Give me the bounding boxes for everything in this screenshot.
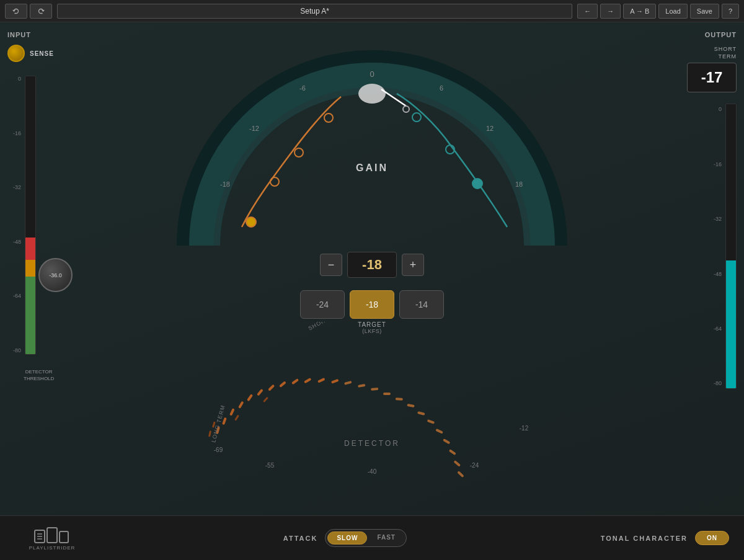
- svg-text:-24: -24: [470, 462, 479, 469]
- undo-button[interactable]: [5, 4, 27, 19]
- svg-rect-30: [344, 381, 352, 385]
- svg-rect-57: [60, 531, 68, 543]
- svg-rect-42: [457, 471, 464, 478]
- ab-button[interactable]: A → B: [623, 4, 656, 19]
- tonal-on-button[interactable]: ON: [695, 531, 729, 545]
- svg-rect-31: [358, 384, 366, 388]
- svg-rect-20: [229, 408, 235, 416]
- tonal-character-section: TONAL CHARACTER ON: [601, 531, 729, 545]
- next-preset-button[interactable]: →: [600, 4, 621, 19]
- svg-rect-45: [234, 415, 239, 421]
- svg-rect-28: [317, 378, 326, 383]
- svg-rect-23: [257, 389, 264, 396]
- detector-threshold-label: PLAYLISTRIDER DETECTORTHRESHOLD: [24, 368, 54, 382]
- svg-text:-40: -40: [368, 468, 377, 475]
- save-button[interactable]: Save: [690, 4, 719, 19]
- svg-text:-12: -12: [249, 125, 259, 132]
- sense-label: SENSE: [30, 50, 54, 57]
- svg-rect-34: [396, 398, 403, 401]
- svg-rect-27: [304, 378, 311, 383]
- svg-text:-69: -69: [214, 447, 223, 453]
- input-label: INPUT: [7, 31, 31, 38]
- svg-rect-25: [279, 381, 286, 388]
- svg-rect-39: [443, 438, 450, 444]
- input-scale-0: 0: [7, 76, 21, 82]
- attack-slow-button[interactable]: SLOW: [327, 531, 367, 544]
- preset-name[interactable]: Setup A*: [57, 4, 572, 19]
- output-scale: 0 -16 -32 -48 -64 -80: [714, 104, 722, 389]
- svg-rect-24: [268, 384, 275, 391]
- svg-rect-22: [247, 394, 253, 401]
- svg-text:-12: -12: [520, 425, 529, 432]
- svg-rect-35: [407, 404, 415, 407]
- detector-container: SHORT TERM LONG TERM -69 -55 -40 -24 -12…: [174, 322, 570, 483]
- svg-text:-55: -55: [265, 462, 275, 469]
- load-button[interactable]: Load: [658, 4, 687, 19]
- svg-point-12: [412, 113, 421, 122]
- short-term-label: SHORTTERM: [714, 46, 737, 60]
- svg-rect-32: [371, 388, 378, 391]
- input-scale-32: -32: [7, 184, 21, 190]
- svg-point-17: [403, 106, 409, 112]
- svg-rect-40: [449, 449, 456, 455]
- target-minus14-button[interactable]: -14: [399, 290, 444, 319]
- svg-text:-18: -18: [220, 180, 230, 188]
- logo-icon: [33, 525, 71, 544]
- svg-point-15: [358, 84, 386, 104]
- gain-arc-container: 0 -6 6 -12 12 -18 18 GAIN: [161, 35, 583, 258]
- attack-fast-button[interactable]: FAST: [368, 531, 404, 544]
- input-scale-80: -80: [7, 347, 21, 353]
- svg-rect-41: [453, 460, 461, 467]
- svg-rect-36: [417, 411, 425, 416]
- svg-point-14: [472, 179, 482, 189]
- svg-rect-37: [427, 419, 435, 424]
- svg-text:6: 6: [440, 84, 443, 92]
- svg-text:GAIN: GAIN: [356, 162, 388, 173]
- attack-toggle: SLOW FAST: [325, 529, 407, 547]
- attack-label: ATTACK: [283, 535, 318, 542]
- input-scale-16: -16: [7, 130, 21, 136]
- svg-text:-6: -6: [299, 84, 306, 92]
- svg-text:12: 12: [486, 125, 494, 132]
- svg-rect-46: [263, 397, 268, 402]
- svg-point-10: [324, 113, 333, 122]
- redo-button[interactable]: [30, 4, 52, 19]
- logo-text: PLAYLISTRIDER: [29, 545, 76, 551]
- prev-preset-button[interactable]: ←: [577, 4, 598, 19]
- svg-rect-56: [47, 528, 57, 543]
- svg-rect-33: [383, 393, 391, 395]
- center-panel: 0 -6 6 -12 12 -18 18 GAIN: [99, 22, 645, 515]
- svg-text:SHORT TERM: SHORT TERM: [307, 322, 348, 332]
- svg-rect-26: [291, 378, 299, 384]
- short-term-section: SHORTTERM -17: [687, 46, 737, 92]
- threshold-knob[interactable]: -36.0: [38, 258, 73, 292]
- svg-point-11: [246, 217, 256, 227]
- target-row: -24 -18 -14: [300, 290, 444, 319]
- main-area: INPUT SENSE 0 -16 -32 -48 -64 -80: [0, 22, 744, 515]
- input-scale-48: -48: [7, 239, 21, 245]
- threshold-value: -36.0: [49, 272, 62, 278]
- help-button[interactable]: ?: [722, 4, 739, 19]
- svg-rect-21: [238, 401, 244, 409]
- output-meter-area: 0 -16 -32 -48 -64 -80: [714, 104, 737, 389]
- svg-point-9: [294, 148, 303, 157]
- output-meter-bar: [725, 104, 737, 389]
- output-panel: OUTPUT SHORTTERM -17 0 -16 -32 -48 -64 -…: [645, 22, 744, 515]
- svg-text:DETECTOR: DETECTOR: [344, 439, 400, 448]
- toolbar: Setup A* ← → A → B Load Save ?: [0, 0, 744, 22]
- input-meter: [25, 76, 36, 355]
- attack-section: ATTACK SLOW FAST: [283, 529, 407, 547]
- bottom-bar: PLAYLISTRIDER ATTACK SLOW FAST TONAL CHA…: [0, 515, 744, 560]
- output-label: OUTPUT: [705, 31, 737, 38]
- svg-rect-38: [435, 429, 443, 434]
- input-scale-64: -64: [7, 293, 21, 299]
- logo-area: PLAYLISTRIDER: [15, 525, 89, 551]
- svg-point-8: [270, 177, 279, 186]
- target-minus24-button[interactable]: -24: [300, 290, 345, 319]
- svg-text:18: 18: [515, 180, 523, 188]
- sense-knob[interactable]: [7, 45, 25, 62]
- input-panel: INPUT SENSE 0 -16 -32 -48 -64 -80: [0, 22, 99, 515]
- target-minus18-button[interactable]: -18: [350, 290, 394, 319]
- svg-rect-29: [331, 379, 339, 384]
- short-term-value: -17: [687, 63, 737, 92]
